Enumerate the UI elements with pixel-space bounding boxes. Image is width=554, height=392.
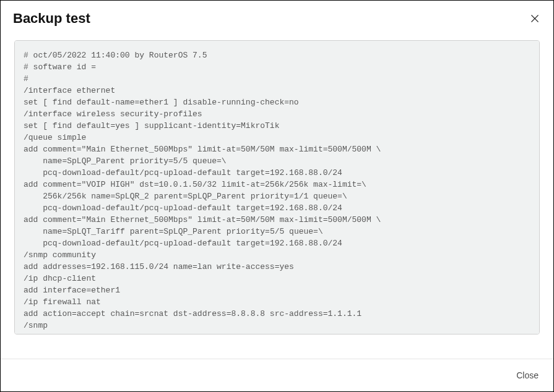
backup-modal: Backup test # oct/05/2022 11:40:00 by Ro…	[0, 0, 554, 392]
close-button[interactable]: Close	[515, 368, 540, 383]
modal-header: Backup test	[1, 1, 553, 33]
modal-title: Backup test	[13, 11, 90, 27]
config-code-box[interactable]: # oct/05/2022 11:40:00 by RouterOS 7.5 #…	[14, 40, 540, 334]
content-area: # oct/05/2022 11:40:00 by RouterOS 7.5 #…	[1, 33, 553, 350]
close-icon[interactable]	[529, 12, 541, 25]
modal-footer: Close	[1, 359, 553, 391]
config-text: # oct/05/2022 11:40:00 by RouterOS 7.5 #…	[24, 49, 533, 334]
